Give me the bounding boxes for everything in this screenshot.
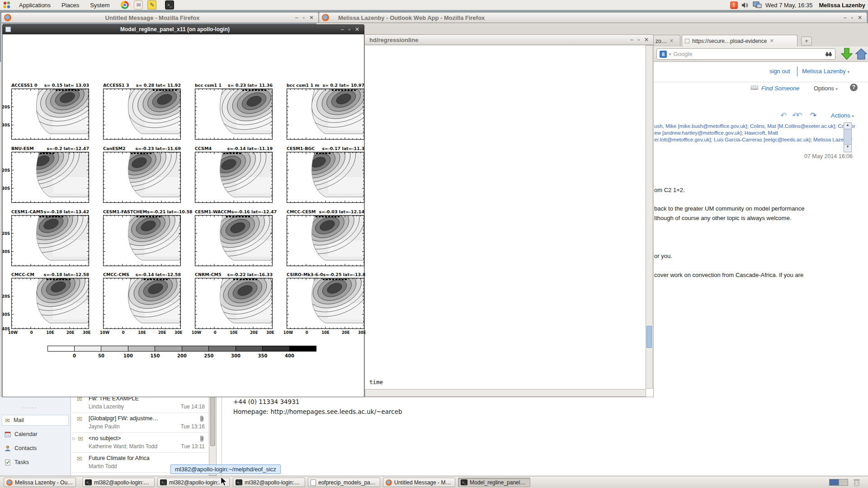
help-icon[interactable]: ? xyxy=(850,84,858,91)
taskbar-button[interactable]: Untitled Message - Mo… xyxy=(383,478,455,487)
account-menu[interactable]: Melissa Lazenby ▾ xyxy=(802,68,849,75)
notes-launcher-icon[interactable]: ✎ xyxy=(147,0,156,9)
colorbar: 050100150200250300350400 xyxy=(47,346,316,361)
forward-icon[interactable]: ↷ xyxy=(810,111,816,120)
x-axis-tick-label: 0 xyxy=(214,330,217,335)
minimize-icon[interactable]: – xyxy=(341,27,344,32)
reply-all-icon[interactable]: ↶↶ xyxy=(792,111,800,120)
recipient-scrollbar[interactable]: ▲ ▼ xyxy=(844,122,852,152)
contour-panel: bcc csm1 1 ms= 0.2 lat= 10.97 xyxy=(287,83,364,140)
envelope-icon: ✉ xyxy=(77,455,82,462)
maximize-icon[interactable]: ▫ xyxy=(851,15,853,20)
actions-menu[interactable]: Actions ▾ xyxy=(831,112,854,119)
chevron-down-icon[interactable]: ▾ xyxy=(669,52,671,56)
panel-title: CESM1-CAM5s=-0.18 lat=-13.42 xyxy=(11,209,89,215)
sign-out-link[interactable]: sign out xyxy=(769,68,790,75)
close-icon[interactable]: ✕ xyxy=(309,15,314,20)
recipient-line[interactable]: er.lott@metoffice.gov.uk]; Luis Garcia-C… xyxy=(654,137,852,142)
taskbar-button[interactable]: >_Model_regline_panel_… xyxy=(458,478,530,487)
menu-system[interactable]: System xyxy=(85,0,115,10)
recipient-line[interactable]: ush, Mike [mike.bush@metoffice.gov.uk]; … xyxy=(654,123,855,129)
plot-titlebar[interactable]: Model_regline_panel_x11 (on apollo-login… xyxy=(2,24,364,34)
taskbar-button[interactable]: >_ml382@apollo-login:~… xyxy=(233,478,305,487)
mail-client-launcher-icon[interactable]: ✉ xyxy=(134,0,143,9)
terminal-window-title: hd/regressionline xyxy=(365,37,626,43)
panel-title: BNU-ESMs=-0.2 lat=-12.47 xyxy=(11,146,89,152)
colorbar-segment xyxy=(101,346,128,352)
menu-places[interactable]: Places xyxy=(56,0,85,10)
search-input[interactable]: 8 ▾ Google xyxy=(656,48,835,60)
contour-panel: CESM1-CAM5s=-0.18 lat=-13.4220S30S xyxy=(11,209,89,267)
email-body-line: back to the greater UM community on mode… xyxy=(654,205,804,212)
close-icon[interactable]: ✕ xyxy=(644,37,649,42)
panel-title: CanESM2s=-0.23 lat=-11.69 xyxy=(103,146,181,152)
terminal-vscrollbar[interactable] xyxy=(646,45,653,389)
minimize-icon[interactable]: – xyxy=(844,15,847,20)
contour-panel: ACCESS1 0s= 0.15 lat= 13.0320S30S xyxy=(11,83,89,140)
sidebar-item-contacts[interactable]: Contacts xyxy=(2,443,69,454)
splitter-dots[interactable]: ····· xyxy=(22,404,38,411)
taskbar-button[interactable]: Melissa Lazenby - Out… xyxy=(4,478,76,487)
contour-panel: CESM1-BGCs=-0.17 lat=-11.3 xyxy=(287,146,364,203)
untitled-titlebar[interactable]: Untitled Message - Mozilla Firefox – ▫ ✕ xyxy=(1,12,319,23)
download-arrow-icon[interactable] xyxy=(841,48,853,60)
volume-icon[interactable] xyxy=(741,2,749,9)
tab-2[interactable]: https://secure…pload-evidence ✕ xyxy=(682,35,797,47)
sidebar-item-tasks[interactable]: Tasks xyxy=(2,457,69,468)
new-tab-button[interactable]: + xyxy=(801,37,812,46)
minimize-icon[interactable]: – xyxy=(630,37,633,42)
menu-applications[interactable]: Applications xyxy=(14,0,56,10)
taskbar-button[interactable]: eofprecip_models_pan… xyxy=(308,478,380,487)
contour-panel: bcc csm1 1s= 0.23 lat= 11.36 xyxy=(195,83,273,140)
recipient-line[interactable]: ew [andrew.hartley@metoffice.gov.uk]; Ha… xyxy=(654,130,778,136)
email-list-scrollbar[interactable] xyxy=(209,390,217,476)
panel-model-name: CESM1-WACCM xyxy=(195,209,231,215)
email-body-line: or you. xyxy=(654,253,672,259)
close-icon[interactable]: ✕ xyxy=(355,27,359,32)
tab-1[interactable]: zo… ✕ xyxy=(652,35,680,47)
panel-stats: s=-0.21 lat=-10.58 xyxy=(147,209,192,215)
terminal-icon: >_ xyxy=(236,479,242,485)
taskbar-button[interactable]: >_ml382@apollo-login:~… xyxy=(157,478,230,487)
expander-icon[interactable]: ▷ xyxy=(72,436,75,441)
workspace-switcher[interactable] xyxy=(829,479,848,486)
contour-plot-image xyxy=(11,278,89,329)
email-list-item[interactable]: ✉[Globalpgr] FW: adjustme…Jayne PaulinTu… xyxy=(72,413,210,433)
x-axis-tick-labels: 10W010E20E30E xyxy=(287,330,364,335)
maximize-icon[interactable]: ▫ xyxy=(349,27,350,32)
network-icon[interactable] xyxy=(753,1,762,9)
chrome-launcher-icon[interactable] xyxy=(120,0,129,9)
terminal-hscrollbar[interactable] xyxy=(365,389,646,397)
maximize-icon[interactable]: ▫ xyxy=(638,37,640,42)
firefox-icon xyxy=(322,14,329,21)
binoculars-search-icon[interactable] xyxy=(825,52,832,57)
terminal-titlebar[interactable]: hd/regressionline – ▫ ✕ xyxy=(364,34,654,45)
sidebar-item-mail[interactable]: ✉Mail xyxy=(2,415,69,426)
trash-icon[interactable] xyxy=(853,478,861,487)
home-icon[interactable] xyxy=(855,48,867,60)
terminal-launcher-icon[interactable]: >_ xyxy=(165,0,174,9)
find-someone-link[interactable]: Find Someone xyxy=(761,85,800,92)
panel-user[interactable]: Melissa Lazenby xyxy=(819,2,865,9)
alert-icon[interactable]: ! xyxy=(730,1,738,9)
reply-icon[interactable]: ↶ xyxy=(780,111,787,120)
window-icon xyxy=(5,27,11,32)
minimize-icon[interactable]: – xyxy=(295,15,298,20)
plot-canvas: 050100150200250300350400 ACCESS1 0s= 0.1… xyxy=(2,34,364,397)
email-list-item[interactable]: ▷✉<no subject>Katherine Ward; Martin Tod… xyxy=(72,433,210,453)
panel-clock[interactable]: Wed 7 May, 16:35 xyxy=(765,2,812,9)
maximize-icon[interactable]: ▫ xyxy=(303,15,305,20)
contour-panel: CNRM-CM5s=-0.22 lat=-16.3310W010E20E30E xyxy=(195,272,273,329)
panel-title: CSIRO-Mk3-6-0s=-0.25 lat=-13.8 xyxy=(287,272,364,278)
options-menu[interactable]: Options ▾ xyxy=(814,85,838,92)
taskbar: Melissa Lazenby - Out…>_ml382@apollo-log… xyxy=(0,476,868,488)
sidebar-item-calendar[interactable]: Calendar xyxy=(2,429,69,440)
gnome-menu-icon[interactable] xyxy=(2,0,11,9)
terminal-body[interactable]: time xyxy=(364,45,654,397)
close-icon[interactable]: ✕ xyxy=(858,15,862,20)
tab-close-icon[interactable]: ✕ xyxy=(670,38,674,44)
taskbar-button[interactable]: >_ml382@apollo-login:~… xyxy=(82,478,155,487)
outlook-titlebar[interactable]: Melissa Lazenby - Outlook Web App - Mozi… xyxy=(319,12,867,23)
chevron-down-icon: ▾ xyxy=(847,70,849,74)
tab-close-icon[interactable]: ✕ xyxy=(769,38,774,44)
